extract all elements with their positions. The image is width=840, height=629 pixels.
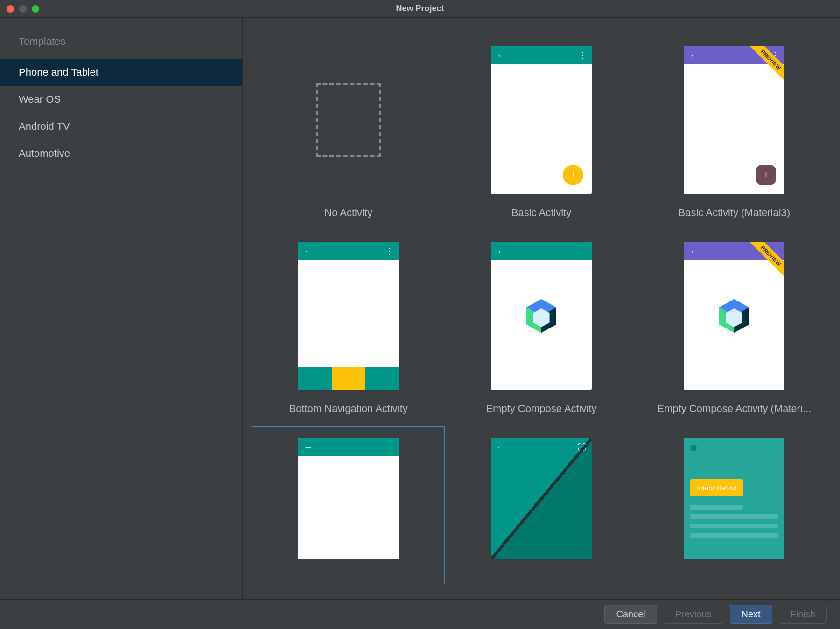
cancel-button[interactable]: Cancel	[604, 605, 657, 624]
back-arrow-icon: ←	[304, 442, 313, 453]
template-label: Empty Compose Activity	[486, 403, 596, 415]
sidebar-item-android-tv[interactable]: Android TV	[0, 113, 242, 140]
main: Templates Phone and Tablet Wear OS Andro…	[0, 18, 840, 599]
fab-icon: +	[563, 165, 583, 185]
template-label: Basic Activity (Material3)	[679, 207, 791, 219]
template-card-empty-compose[interactable]: ← Empty Compose Activity	[445, 231, 637, 426]
traffic-lights	[0, 5, 39, 13]
template-card-basic-activity[interactable]: ← ⋮ + Basic Activity	[445, 35, 637, 231]
placeholder-line	[690, 524, 778, 528]
jetpack-compose-icon	[715, 297, 753, 335]
template-card-no-activity[interactable]: No Activity	[252, 35, 445, 231]
sidebar-item-phone-tablet[interactable]: Phone and Tablet	[0, 59, 242, 86]
template-label: No Activity	[324, 207, 372, 219]
bottom-nav-icon	[298, 367, 399, 390]
finish-button: Finish	[779, 605, 827, 624]
sidebar-item-automotive[interactable]: Automotive	[0, 140, 242, 167]
fab-icon: +	[756, 165, 776, 185]
placeholder-line	[690, 505, 743, 510]
placeholder-line	[690, 533, 778, 538]
template-card-basic-activity-m3[interactable]: ← ⋮ PREVIEW + Basic Activity (Material3)	[638, 35, 831, 231]
template-card-fullscreen[interactable]: ← ⛶	[445, 426, 637, 584]
back-arrow-icon: ←	[497, 443, 504, 451]
template-thumb: ←	[491, 242, 592, 390]
next-button[interactable]: Next	[730, 605, 772, 624]
appbar: ←	[491, 242, 592, 260]
back-arrow-icon: ←	[497, 246, 506, 257]
previous-button: Previous	[664, 605, 723, 624]
sidebar: Templates Phone and Tablet Wear OS Andro…	[0, 18, 243, 599]
template-thumb: ← ⋮ +	[491, 46, 592, 194]
template-thumb: ← ⛶	[491, 438, 592, 559]
template-card-empty-compose-m3[interactable]: ← PREVIEW Empty Compose Activity (Materi…	[638, 231, 831, 426]
jetpack-compose-icon	[523, 297, 560, 335]
template-thumb: ← PREVIEW	[684, 242, 784, 390]
sidebar-item-wear-os[interactable]: Wear OS	[0, 86, 242, 113]
back-arrow-icon: ←	[689, 50, 699, 61]
template-thumb: Interstitial Ad	[684, 438, 784, 559]
template-card-ad[interactable]: Interstitial Ad	[638, 426, 831, 584]
titlebar: New Project	[0, 0, 840, 18]
sidebar-header: Templates	[0, 31, 242, 59]
appbar: ← ⋮	[298, 242, 399, 260]
minimize-window-button[interactable]	[19, 5, 27, 13]
placeholder-line	[690, 514, 778, 519]
appbar: ← ⋮	[491, 46, 592, 64]
template-thumb: ←	[298, 438, 399, 559]
template-label: Basic Activity	[511, 207, 571, 219]
footer: Cancel Previous Next Finish	[0, 599, 840, 629]
template-card-selected[interactable]: ←	[252, 426, 445, 584]
appbar: ←	[298, 438, 399, 456]
dot-icon	[690, 445, 697, 451]
maximize-window-button[interactable]	[32, 5, 39, 13]
back-arrow-icon: ←	[304, 246, 313, 257]
dashed-placeholder-icon	[316, 83, 381, 157]
template-grid[interactable]: No Activity ← ⋮ + Basic Activity ←	[243, 18, 840, 599]
overflow-menu-icon: ⋮	[385, 245, 393, 257]
fullscreen-icon: ⛶	[578, 442, 586, 452]
template-thumb: ← ⋮	[298, 242, 399, 390]
window-title: New Project	[396, 4, 444, 14]
template-label: Empty Compose Activity (Materi...	[657, 403, 811, 415]
close-window-button[interactable]	[7, 5, 14, 13]
ad-button-label: Interstitial Ad	[690, 479, 743, 496]
template-thumb: ← ⋮ PREVIEW +	[684, 46, 784, 194]
template-thumb	[298, 46, 399, 194]
overflow-menu-icon: ⋮	[578, 49, 586, 61]
template-card-bottom-nav[interactable]: ← ⋮ Bottom Navigation Activity	[252, 231, 445, 426]
template-label: Bottom Navigation Activity	[289, 403, 407, 415]
back-arrow-icon: ←	[689, 246, 699, 257]
back-arrow-icon: ←	[497, 50, 506, 61]
